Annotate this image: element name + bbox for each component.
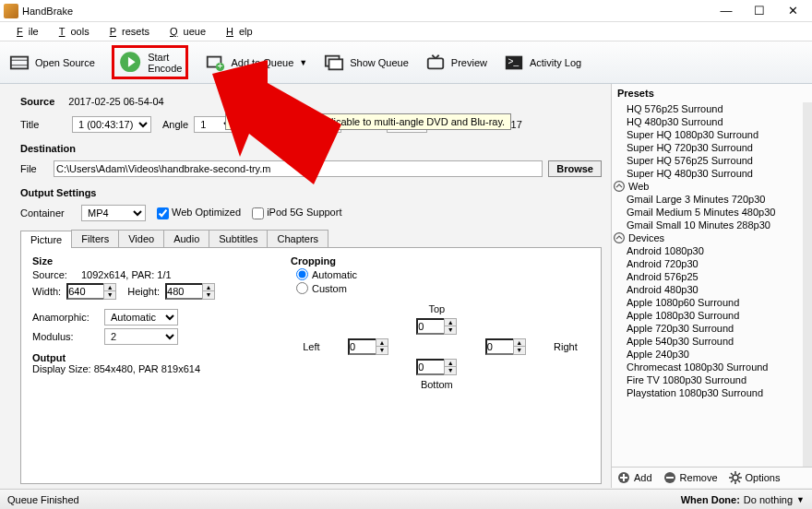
activity-log-button[interactable]: >_ Activity Log xyxy=(504,53,581,73)
svg-point-15 xyxy=(615,182,625,192)
preset-item[interactable]: Apple 240p30 xyxy=(627,348,803,361)
preset-item[interactable]: Super HQ 720p30 Surround xyxy=(627,141,803,154)
output-settings-heading: Output Settings xyxy=(20,187,602,198)
gear-icon xyxy=(729,471,742,484)
preset-category-web[interactable]: Web xyxy=(614,180,803,193)
anamorphic-select[interactable]: Automatic xyxy=(104,309,178,326)
add-queue-icon: + xyxy=(205,53,225,73)
terminal-icon: >_ xyxy=(504,53,524,73)
preset-category-devices[interactable]: Devices xyxy=(614,231,803,244)
presets-heading: Presets xyxy=(612,84,812,102)
preview-button[interactable]: Preview xyxy=(425,53,487,73)
menu-file[interactable]: File xyxy=(6,24,44,39)
preset-item[interactable]: Gmail Small 10 Minutes 288p30 xyxy=(627,219,803,231)
activity-log-label: Activity Log xyxy=(530,57,581,68)
menu-tools[interactable]: Tools xyxy=(48,24,95,39)
preset-item[interactable]: Android 720p30 xyxy=(627,257,803,270)
app-logo xyxy=(4,4,18,18)
start-encode-highlight: Start Encode xyxy=(112,45,189,78)
anamorphic-label: Anamorphic: xyxy=(32,312,99,323)
angle-label: Angle xyxy=(162,119,188,130)
preset-remove-button[interactable]: Remove xyxy=(663,471,718,484)
preset-item[interactable]: Super HQ 480p30 Surround xyxy=(627,167,803,180)
svg-point-16 xyxy=(615,233,625,243)
svg-line-30 xyxy=(738,473,740,475)
minus-icon xyxy=(663,471,676,484)
angle-tooltip: Video angle. Only applicable to multi-an… xyxy=(225,113,511,130)
menu-help[interactable]: Help xyxy=(215,24,258,39)
file-label: File xyxy=(20,163,48,174)
preset-item[interactable]: Android 1080p30 xyxy=(627,244,803,257)
chevron-up-icon xyxy=(614,181,625,192)
chevron-down-icon[interactable]: ▼ xyxy=(299,58,307,67)
destination-heading: Destination xyxy=(20,143,602,154)
plus-icon xyxy=(617,471,630,484)
preset-add-button[interactable]: Add xyxy=(617,471,652,484)
crop-auto-radio[interactable]: Automatic xyxy=(296,268,590,280)
source-label: Source xyxy=(20,96,54,107)
modulus-select[interactable]: 2 xyxy=(104,328,178,345)
display-size-value: Display Size: 854x480, PAR 819x614 xyxy=(32,363,263,374)
preset-item[interactable]: Android 576p25 xyxy=(627,270,803,283)
svg-line-29 xyxy=(731,480,733,482)
tab-filters[interactable]: Filters xyxy=(71,230,119,247)
svg-line-28 xyxy=(738,480,740,482)
crop-top-stepper[interactable]: ▲▼ xyxy=(416,318,457,335)
title-select[interactable]: 1 (00:43:17) xyxy=(72,116,151,133)
preset-item[interactable]: Android 480p30 xyxy=(627,283,803,296)
open-source-label: Open Source xyxy=(35,57,95,68)
crop-right-stepper[interactable]: ▲▼ xyxy=(485,338,526,355)
preset-item[interactable]: Super HQ 1080p30 Surround xyxy=(627,128,803,141)
minimize-button[interactable]: — xyxy=(718,4,734,18)
add-to-queue-button[interactable]: + Add to Queue ▼ xyxy=(205,53,307,73)
svg-point-22 xyxy=(733,475,738,480)
preset-item[interactable]: Chromecast 1080p30 Surround xyxy=(627,361,803,373)
close-button[interactable]: ✕ xyxy=(784,4,801,18)
preset-item[interactable]: Apple 720p30 Surround xyxy=(627,322,803,335)
tab-audio[interactable]: Audio xyxy=(163,230,209,247)
show-queue-button[interactable]: Show Queue xyxy=(324,53,409,73)
crop-left-stepper[interactable]: ▲▼ xyxy=(348,338,388,355)
cropping-heading: Cropping xyxy=(291,255,590,266)
menu-queue[interactable]: Queue xyxy=(159,24,211,39)
preset-options-button[interactable]: Options xyxy=(729,471,781,484)
preset-item[interactable]: Apple 1080p30 Surround xyxy=(627,309,803,322)
maximize-button[interactable]: ☐ xyxy=(751,4,768,18)
tab-video[interactable]: Video xyxy=(118,230,164,247)
file-input[interactable] xyxy=(54,160,543,177)
open-source-button[interactable]: Open Source xyxy=(9,53,95,73)
container-select[interactable]: MP4 xyxy=(81,205,146,221)
preset-item[interactable]: HQ 576p25 Surround xyxy=(627,102,803,115)
start-encode-button[interactable]: Start Encode xyxy=(148,52,182,74)
preset-item[interactable]: Apple 540p30 Surround xyxy=(627,335,803,348)
tab-subtitles[interactable]: Subtitles xyxy=(209,230,268,247)
presets-list[interactable]: HQ 576p25 Surround HQ 480p30 Surround Su… xyxy=(612,102,812,467)
preset-item[interactable]: Fire TV 1080p30 Surround xyxy=(627,373,803,386)
chevron-down-icon[interactable]: ▼ xyxy=(796,495,805,504)
preset-item[interactable]: Gmail Medium 5 Minutes 480p30 xyxy=(627,206,803,219)
tab-chapters[interactable]: Chapters xyxy=(267,230,328,247)
crop-custom-radio[interactable]: Custom xyxy=(296,282,590,294)
web-optimized-checkbox[interactable]: Web Optimized xyxy=(157,207,241,219)
crop-right-label: Right xyxy=(554,341,578,352)
tv-icon xyxy=(425,53,446,73)
play-icon xyxy=(118,50,142,74)
browse-button[interactable]: Browse xyxy=(548,160,602,177)
menu-presets[interactable]: Presets xyxy=(99,24,155,39)
preset-item[interactable]: Super HQ 576p25 Surround xyxy=(627,154,803,167)
width-stepper[interactable]: ▲▼ xyxy=(66,283,116,300)
preset-item[interactable]: Apple 1080p60 Surround xyxy=(627,296,803,309)
tab-picture[interactable]: Picture xyxy=(20,231,72,248)
preset-item[interactable]: Playstation 1080p30 Surround xyxy=(627,386,803,399)
crop-bottom-stepper[interactable]: ▲▼ xyxy=(416,359,457,375)
preset-item[interactable]: HQ 480p30 Surround xyxy=(627,115,803,128)
height-stepper[interactable]: ▲▼ xyxy=(165,283,215,300)
queue-icon xyxy=(324,53,344,73)
ipod-checkbox[interactable]: iPod 5G Support xyxy=(252,207,341,219)
preview-label: Preview xyxy=(451,57,487,68)
preset-item[interactable]: Gmail Large 3 Minutes 720p30 xyxy=(627,193,803,206)
title-label: Title xyxy=(20,119,66,130)
source-value: 2017-02-25 06-54-04 xyxy=(68,96,163,107)
when-done-value[interactable]: Do nothing xyxy=(744,494,793,505)
add-to-queue-label: Add to Queue xyxy=(231,57,293,68)
